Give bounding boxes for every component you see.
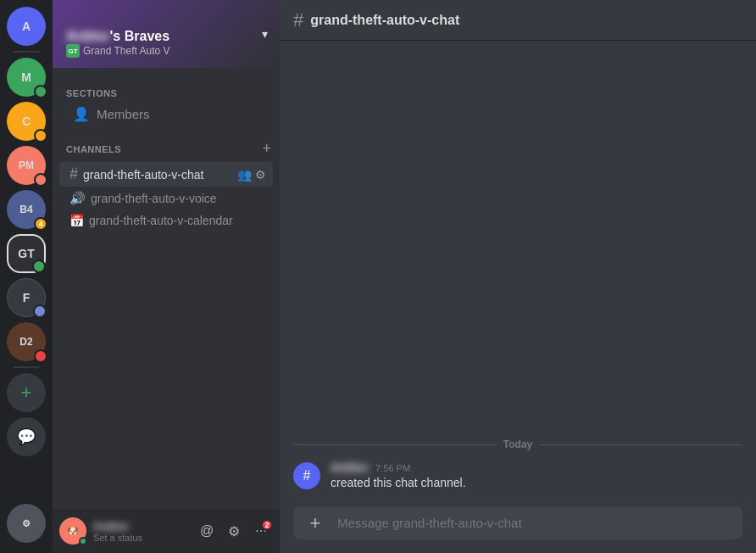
server-title: Anblur's Braves <box>66 29 170 44</box>
user-status: Set a status <box>93 533 188 543</box>
server-divider <box>13 51 40 53</box>
message-author-line: Anblur 7:56 PM <box>331 461 742 474</box>
message-input[interactable] <box>337 506 736 539</box>
mention-button[interactable]: @ <box>195 519 219 543</box>
server-icon-C[interactable]: C <box>7 102 46 141</box>
date-label: Today <box>503 438 532 450</box>
server-icon-PM[interactable]: PM <box>7 146 46 185</box>
server-badge-B4: 4 <box>34 217 47 231</box>
server-badge-M <box>34 85 47 98</box>
channel-item-gta-calendar[interactable]: 📅 grand-theft-auto-v-calendar <box>59 210 273 231</box>
members-icon: 👤 <box>73 106 90 122</box>
message-channel-icon: # <box>293 462 320 489</box>
text-channel-icon: # <box>69 165 78 183</box>
server-subtitle: GT Grand Theft Auto V <box>66 44 170 58</box>
user-actions: @ ⚙ ··· 2 <box>195 519 273 543</box>
user-settings-icon[interactable]: ⚙ <box>222 519 246 543</box>
server-badge-GT <box>32 260 46 273</box>
notification-badge: 2 <box>261 519 273 531</box>
server-icon-GT[interactable]: GT <box>7 234 46 273</box>
dm-button[interactable]: 💬 <box>7 417 46 456</box>
message-text: created this chat channel. <box>331 476 742 489</box>
divider-line-left <box>293 444 497 445</box>
chat-message: # Anblur 7:56 PM created this chat chann… <box>280 457 756 493</box>
channel-item-gta-voice[interactable]: 🔊 grand-theft-auto-v-voice <box>59 187 273 209</box>
server-header-content: Anblur's Braves GT Grand Theft Auto V <box>66 29 266 58</box>
settings-icon[interactable]: ⚙ <box>255 168 266 182</box>
members-item[interactable]: 👤 Members <box>59 103 273 126</box>
date-divider: Today <box>280 432 756 457</box>
server-divider-2 <box>13 366 40 368</box>
user-area: 🐶 Anblur Set a status @ ⚙ ··· 2 <box>53 509 280 553</box>
server-list: A M C PM B4 4 GT F D2 + 💬 ⚙ <box>0 0 53 553</box>
invite-icon[interactable]: 👥 <box>237 168 252 182</box>
message-input-wrapper: + <box>293 506 742 539</box>
server-badge-PM <box>34 173 47 187</box>
add-channel-button[interactable]: + <box>260 140 273 158</box>
chevron-down-icon: ▾ <box>262 27 268 41</box>
server-icon-F[interactable]: F <box>7 278 46 317</box>
channel-item-gta-chat[interactable]: # grand-theft-auto-v-chat 👥 ⚙ <box>59 162 273 187</box>
channels-category[interactable]: Channels + <box>53 126 280 161</box>
server-icon-D2[interactable]: D2 <box>7 322 46 361</box>
channel-list: Sections 👤 Members Channels + # grand-th… <box>53 68 280 509</box>
chat-messages: Today # Anblur 7:56 PM created this chat… <box>280 41 756 506</box>
divider-line-right <box>539 444 742 445</box>
main-content: # grand-theft-auto-v-chat Today # Anblur… <box>280 0 756 553</box>
channel-sidebar: Anblur's Braves GT Grand Theft Auto V ▾ … <box>53 0 280 553</box>
game-icon: GT <box>66 44 80 58</box>
calendar-channel-icon: 📅 <box>69 214 84 227</box>
more-options-button[interactable]: ··· 2 <box>249 519 273 543</box>
server-badge-D2 <box>34 349 47 363</box>
message-input-area: + <box>280 506 756 553</box>
message-content: Anblur 7:56 PM created this chat channel… <box>331 461 742 489</box>
online-dot <box>79 537 87 545</box>
chat-header: # grand-theft-auto-v-chat <box>280 0 756 41</box>
server-header[interactable]: Anblur's Braves GT Grand Theft Auto V ▾ <box>53 0 280 68</box>
message-timestamp: 7:56 PM <box>375 463 410 473</box>
user-avatar: 🐶 <box>59 517 86 545</box>
username: Anblur <box>93 520 188 533</box>
server-icon-B4[interactable]: B4 4 <box>7 190 46 229</box>
user-settings-button[interactable]: ⚙ <box>7 504 46 543</box>
message-author: Anblur <box>331 461 369 474</box>
channel-hash-icon: # <box>293 9 303 31</box>
chat-channel-name: grand-theft-auto-v-chat <box>310 13 459 28</box>
sections-label: Sections <box>53 75 280 102</box>
hash-icon: # <box>303 468 311 483</box>
server-icon-M[interactable]: M <box>7 58 46 97</box>
server-badge-C <box>34 129 47 142</box>
channel-actions: 👥 ⚙ <box>237 168 266 182</box>
add-server-button[interactable]: + <box>7 373 46 412</box>
server-icon-A[interactable]: A <box>7 7 46 46</box>
voice-channel-icon: 🔊 <box>69 191 86 206</box>
server-badge-F <box>33 304 47 318</box>
user-info: Anblur Set a status <box>93 520 188 543</box>
message-attach-button[interactable]: + <box>300 508 331 539</box>
